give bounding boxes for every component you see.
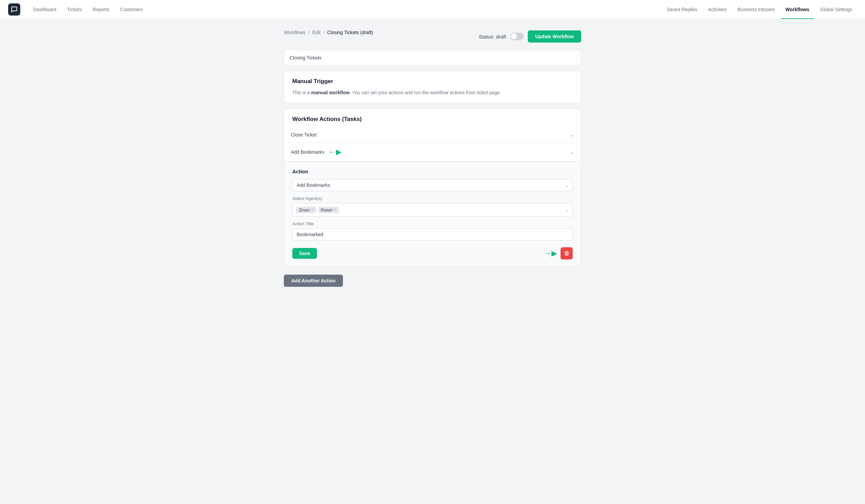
manual-trigger-card: Manual Trigger This is a manual workflow… — [284, 71, 581, 103]
tag-rasel: Rasel × — [318, 207, 338, 213]
status-label: Status: draft — [479, 34, 506, 39]
action-panel-bookmarks: Action Close Ticket Add Bookmarks Assign… — [284, 162, 581, 266]
workflow-name-card — [284, 50, 581, 66]
tag-rasel-name: Rasel — [321, 208, 332, 212]
workflow-actions-card: Workflow Actions (Tasks) Close Ticket ⌄ … — [284, 109, 581, 267]
workflow-actions-title: Workflow Actions (Tasks) — [284, 109, 581, 127]
nav-right: Saved Replies Activities Business Inboxe… — [662, 0, 857, 19]
tag-rasel-remove[interactable]: × — [334, 208, 336, 212]
action-select-group: Close Ticket Add Bookmarks Assign Agent … — [292, 179, 573, 191]
action-row-bookmarks-left: Add Bookmarks ←▶ — [291, 148, 342, 156]
trash-icon — [564, 251, 569, 256]
breadcrumb-sep-2: / — [323, 30, 324, 35]
close-ticket-label: Close Ticket — [291, 132, 316, 138]
nav-dashboard[interactable]: Dashboard — [28, 0, 61, 19]
nav-global-settings[interactable]: Global Settings — [815, 0, 857, 19]
nav-customers[interactable]: Customers — [115, 0, 148, 19]
agents-chevron-icon: ⌄ — [565, 207, 569, 212]
action-title-group: Action Title — [292, 221, 573, 241]
breadcrumb-edit[interactable]: Edit — [312, 30, 320, 35]
app-logo — [8, 3, 20, 15]
add-another-action-button[interactable]: Add Another Action — [284, 274, 343, 287]
update-workflow-button[interactable]: Update Workflow — [528, 31, 581, 43]
bookmark-arrow-icon: ←▶ — [328, 148, 342, 156]
page-header: Workflows / Edit / Closing Tickets (draf… — [284, 30, 581, 43]
breadcrumb: Workflows / Edit / Closing Tickets (draf… — [284, 30, 373, 35]
agents-label: Select Agent(s) — [292, 196, 573, 201]
panel-footer: Save →▶ — [292, 247, 573, 259]
tag-zinan-remove[interactable]: × — [311, 208, 314, 212]
nav-left: Dashboard Tickets Reports Customers — [28, 0, 148, 19]
action-row-add-bookmarks[interactable]: Add Bookmarks ←▶ ⌄ — [284, 143, 581, 162]
action-row-left: Close Ticket — [291, 132, 316, 138]
agents-tags-input[interactable]: Zinan × Rasel × ⌄ — [292, 203, 573, 216]
action-select[interactable]: Close Ticket Add Bookmarks Assign Agent … — [292, 179, 573, 191]
main-content: Workflows / Edit / Closing Tickets (draf… — [270, 19, 595, 297]
add-bookmarks-label: Add Bookmarks — [291, 149, 324, 155]
breadcrumb-current: Closing Tickets (draft) — [327, 30, 373, 35]
manual-trigger-title: Manual Trigger — [284, 71, 581, 89]
select-agents-group: Select Agent(s) Zinan × Rasel × ⌄ — [292, 196, 573, 216]
desc-bold: manual workflow — [311, 90, 350, 95]
action-row-close-ticket[interactable]: Close Ticket ⌄ — [284, 127, 581, 143]
nav-workflows[interactable]: Workflows — [781, 0, 814, 19]
tag-zinan-name: Zinan — [299, 208, 310, 212]
delete-arrow-icon: →▶ — [544, 249, 557, 258]
add-bookmarks-chevron-icon: ⌄ — [570, 149, 574, 155]
desc-suffix: . You can set your actions and run the w… — [350, 90, 501, 95]
breadcrumb-sep-1: / — [308, 30, 310, 35]
delete-area: →▶ — [544, 247, 573, 259]
tag-zinan: Zinan × — [296, 207, 316, 213]
nav-business-inboxes[interactable]: Business Inboxes — [733, 0, 780, 19]
workflow-name-input[interactable] — [284, 50, 581, 65]
action-title-input[interactable] — [292, 228, 573, 241]
toggle-knob — [511, 33, 517, 39]
action-title-label: Action Title — [292, 221, 573, 226]
nav-reports[interactable]: Reports — [88, 0, 114, 19]
action-panel-title: Action — [292, 168, 573, 174]
status-area: Status: draft Update Workflow — [479, 31, 581, 43]
manual-trigger-desc: This is a manual workflow. You can set y… — [284, 89, 581, 103]
nav-activities[interactable]: Activities — [703, 0, 731, 19]
close-ticket-chevron-icon: ⌄ — [570, 131, 574, 138]
desc-prefix: This is a — [292, 90, 311, 95]
action-select-wrap: Close Ticket Add Bookmarks Assign Agent … — [292, 179, 573, 191]
top-navigation: Dashboard Tickets Reports Customers Save… — [0, 0, 865, 19]
nav-saved-replies[interactable]: Saved Replies — [662, 0, 702, 19]
action-bookmarks-section: Add Bookmarks ←▶ ⌄ Action Close Ticket A… — [284, 143, 581, 266]
status-toggle[interactable] — [510, 33, 524, 40]
save-action-button[interactable]: Save — [292, 248, 317, 259]
nav-tickets[interactable]: Tickets — [62, 0, 87, 19]
breadcrumb-workflows[interactable]: Workflows — [284, 30, 305, 35]
delete-action-button[interactable] — [561, 247, 573, 259]
